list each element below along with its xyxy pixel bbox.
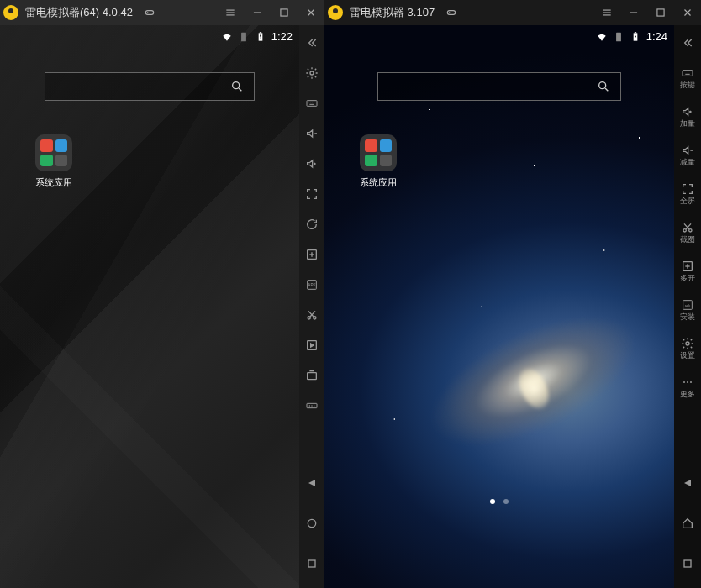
svg-rect-69 [684, 560, 691, 567]
window-title: 雷电模拟器 3.107 [350, 5, 435, 20]
toolbar-left: APK [299, 25, 324, 588]
search-icon[interactable] [587, 80, 620, 93]
fullscreen-button[interactable]: 全屏 [676, 175, 699, 212]
close-icon[interactable] [677, 3, 698, 23]
svg-line-53 [605, 88, 608, 91]
svg-rect-10 [241, 32, 246, 41]
wifi-icon [221, 31, 233, 43]
system-apps-folder[interactable]: 系统应用 [355, 134, 402, 189]
minimize-icon[interactable] [247, 3, 267, 23]
search-icon[interactable] [220, 80, 254, 93]
home-icon[interactable] [300, 509, 324, 538]
svg-text:apk: apk [685, 303, 690, 307]
more-icon[interactable] [300, 391, 324, 420]
status-bar: 1:24 [596, 30, 667, 43]
svg-rect-16 [307, 101, 317, 107]
menu-icon[interactable] [220, 3, 240, 23]
maximize-icon[interactable] [651, 3, 671, 23]
collapse-icon[interactable] [300, 29, 324, 57]
folder-label: 系统应用 [360, 176, 397, 189]
search-bar[interactable] [45, 72, 255, 101]
scissors-icon[interactable] [300, 301, 324, 329]
play-icon[interactable] [300, 331, 324, 360]
page-dot[interactable] [503, 499, 509, 504]
page-indicator [490, 499, 509, 504]
svg-rect-7 [281, 9, 287, 16]
volume-up-button[interactable]: 加量 [676, 97, 699, 134]
svg-point-34 [309, 405, 310, 406]
add-icon[interactable] [300, 240, 324, 269]
svg-rect-39 [447, 11, 455, 15]
status-time: 1:22 [271, 30, 293, 43]
svg-point-65 [686, 342, 689, 345]
svg-rect-54 [683, 70, 693, 76]
apk-icon[interactable]: APK [300, 270, 324, 299]
system-apps-folder[interactable]: 系统应用 [30, 134, 77, 189]
more-button[interactable]: 更多 [676, 368, 699, 405]
titlebar: 雷电模拟器 3.107 [324, 0, 701, 25]
search-bar[interactable] [377, 72, 621, 101]
back-icon[interactable] [676, 469, 699, 497]
volume-up-icon[interactable] [300, 150, 324, 178]
minimize-icon[interactable] [624, 3, 644, 23]
svg-point-57 [689, 228, 692, 231]
svg-point-37 [308, 519, 315, 527]
fullscreen-icon[interactable] [300, 180, 324, 208]
folder-icon [35, 134, 72, 171]
svg-point-66 [683, 381, 685, 383]
collapse-icon[interactable] [676, 29, 699, 57]
svg-point-35 [311, 405, 312, 406]
gamepad-icon[interactable] [441, 3, 461, 23]
titlebar: 雷电模拟器(64) 4.0.42 [0, 0, 324, 25]
app-logo-icon [328, 5, 343, 20]
settings-icon[interactable] [300, 59, 324, 87]
svg-rect-0 [145, 11, 153, 15]
rotate-icon[interactable] [300, 210, 324, 239]
svg-point-68 [690, 381, 692, 383]
battery-icon [255, 31, 266, 43]
android-screen[interactable]: 1:24 系统应用 [324, 25, 674, 588]
svg-rect-31 [308, 373, 317, 380]
svg-rect-51 [635, 32, 636, 33]
status-time: 1:24 [646, 30, 667, 43]
install-apk-button[interactable]: apk安装 [676, 291, 699, 328]
svg-point-56 [683, 228, 686, 231]
close-icon[interactable] [301, 3, 321, 23]
svg-rect-46 [657, 9, 664, 16]
toolbar-right: 按键 加量 减量 全屏 截图 多开 apk安装 设置 更多 [674, 25, 701, 588]
battery-icon [630, 31, 641, 43]
svg-point-52 [599, 82, 606, 89]
svg-point-67 [687, 381, 688, 383]
svg-line-14 [239, 88, 241, 91]
gamepad-icon[interactable] [140, 3, 160, 23]
multi-instance-button[interactable]: 多开 [676, 252, 699, 289]
keyboard-icon[interactable] [300, 89, 324, 118]
settings-button[interactable]: 设置 [676, 329, 699, 366]
volume-down-icon[interactable] [300, 119, 324, 148]
keymap-button[interactable]: 按键 [676, 59, 699, 96]
folder-icon [360, 134, 397, 171]
wallpaper-galaxy [324, 225, 674, 588]
volume-down-button[interactable]: 减量 [676, 136, 699, 173]
svg-rect-49 [616, 32, 621, 41]
back-icon[interactable] [300, 469, 324, 497]
emulator-right: 雷电模拟器 3.107 1:24 系统应用 [324, 0, 701, 588]
app-logo-icon [3, 5, 18, 20]
menu-icon[interactable] [597, 3, 617, 23]
home-icon[interactable] [676, 509, 699, 538]
android-screen[interactable]: 1:22 系统应用 [0, 25, 299, 588]
screenshot-icon[interactable] [300, 361, 324, 390]
screenshot-button[interactable]: 截图 [676, 213, 699, 250]
window-title: 雷电模拟器(64) 4.0.42 [25, 5, 133, 20]
no-sim-icon [238, 31, 250, 43]
recent-icon[interactable] [676, 549, 699, 578]
maximize-icon[interactable] [274, 3, 294, 23]
svg-point-27 [314, 317, 316, 319]
svg-point-13 [233, 82, 240, 89]
svg-point-36 [314, 405, 314, 406]
no-sim-icon [613, 31, 625, 43]
svg-rect-38 [308, 560, 315, 567]
svg-point-15 [310, 71, 314, 75]
page-dot[interactable] [490, 499, 495, 504]
recent-icon[interactable] [300, 549, 324, 578]
